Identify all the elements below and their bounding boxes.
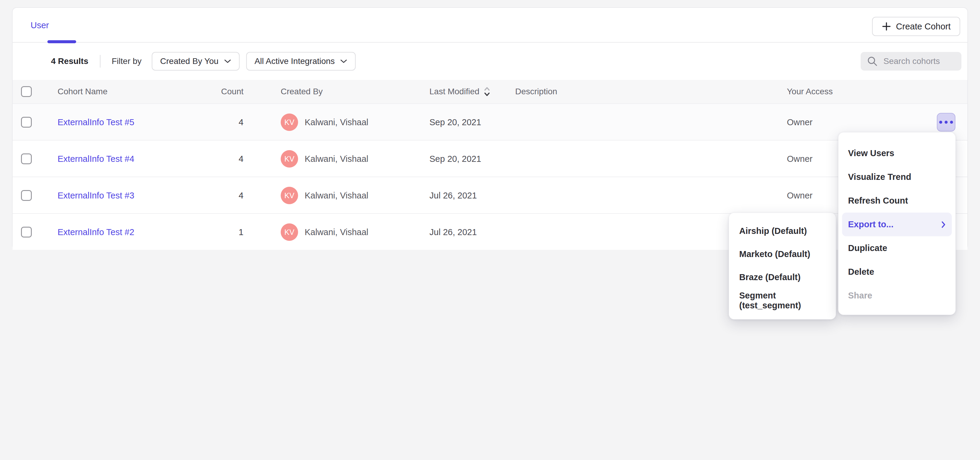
column-header-created-by: Created By bbox=[281, 80, 323, 103]
cohort-name-link[interactable]: ExternalInfo Test #4 bbox=[57, 154, 134, 164]
chevron-right-icon bbox=[941, 221, 946, 228]
table-row: ExternalInfo Test #4 4 KV Kalwani, Visha… bbox=[13, 140, 967, 177]
avatar: KV bbox=[281, 187, 298, 204]
search-box[interactable] bbox=[861, 52, 961, 70]
created-by-name: Kalwani, Vishaal bbox=[305, 227, 368, 237]
table-row: ExternalInfo Test #3 4 KV Kalwani, Visha… bbox=[13, 177, 967, 213]
menu-item-view-users[interactable]: View Users bbox=[842, 141, 952, 165]
cohort-count: 4 bbox=[239, 117, 243, 127]
menu-item-delete[interactable]: Delete bbox=[842, 260, 952, 284]
avatar: KV bbox=[281, 113, 298, 131]
tab-bar: User Create Cohort bbox=[13, 8, 967, 43]
sort-icon[interactable] bbox=[484, 86, 490, 97]
cohort-count: 1 bbox=[239, 227, 243, 237]
submenu-item-braze[interactable]: Braze (Default) bbox=[729, 266, 836, 289]
column-header-cohort-name: Cohort Name bbox=[57, 80, 108, 103]
filter-by-label: Filter by bbox=[112, 56, 142, 66]
integrations-dropdown-label: All Active Integrations bbox=[255, 56, 335, 66]
access-level: Owner bbox=[787, 117, 812, 127]
column-header-your-access: Your Access bbox=[787, 80, 833, 103]
cohort-count: 4 bbox=[239, 191, 243, 201]
search-icon bbox=[867, 56, 878, 67]
row-checkbox[interactable] bbox=[21, 153, 32, 164]
last-modified-date: Sep 20, 2021 bbox=[430, 117, 481, 127]
integrations-dropdown[interactable]: All Active Integrations bbox=[246, 52, 356, 70]
cohort-name-link[interactable]: ExternalInfo Test #5 bbox=[57, 117, 134, 127]
created-by-dropdown[interactable]: Created By You bbox=[152, 52, 240, 70]
divider bbox=[100, 55, 100, 67]
select-all-checkbox[interactable] bbox=[21, 86, 32, 97]
cohort-count: 4 bbox=[239, 154, 243, 164]
tab-user-label: User bbox=[30, 21, 49, 30]
chevron-down-icon bbox=[224, 59, 231, 63]
created-by-name: Kalwani, Vishaal bbox=[305, 191, 368, 201]
submenu-item-airship[interactable]: Airship (Default) bbox=[729, 219, 836, 243]
ellipsis-icon bbox=[939, 121, 953, 124]
last-modified-date: Jul 26, 2021 bbox=[430, 227, 477, 237]
submenu-item-segment[interactable]: Segment (test_segment) bbox=[729, 289, 836, 312]
access-level: Owner bbox=[787, 154, 812, 164]
table-header: Cohort Name Count Created By Last Modifi… bbox=[13, 80, 967, 103]
tab-user[interactable]: User bbox=[30, 8, 49, 43]
column-header-description: Description bbox=[515, 80, 557, 103]
chevron-down-icon bbox=[340, 59, 347, 63]
last-modified-date: Jul 26, 2021 bbox=[430, 191, 477, 201]
row-checkbox[interactable] bbox=[21, 190, 32, 201]
results-count: 4 Results bbox=[51, 56, 89, 66]
tab-active-underline bbox=[48, 40, 76, 43]
created-by-name: Kalwani, Vishaal bbox=[305, 117, 368, 127]
menu-item-export-to[interactable]: Export to... bbox=[842, 212, 952, 236]
menu-item-duplicate[interactable]: Duplicate bbox=[842, 236, 952, 260]
column-header-last-modified[interactable]: Last Modified bbox=[430, 80, 490, 103]
row-checkbox[interactable] bbox=[21, 117, 32, 128]
search-input[interactable] bbox=[883, 56, 955, 66]
create-cohort-button[interactable]: Create Cohort bbox=[872, 17, 960, 36]
menu-item-visualize-trend[interactable]: Visualize Trend bbox=[842, 165, 952, 189]
access-level: Owner bbox=[787, 191, 812, 201]
plus-icon bbox=[881, 22, 891, 31]
last-modified-date: Sep 20, 2021 bbox=[430, 154, 481, 164]
cohort-name-link[interactable]: ExternalInfo Test #2 bbox=[57, 227, 134, 237]
row-checkbox[interactable] bbox=[21, 227, 32, 238]
menu-item-refresh-count[interactable]: Refresh Count bbox=[842, 189, 952, 212]
cohort-name-link[interactable]: ExternalInfo Test #3 bbox=[57, 191, 134, 201]
table-row: ExternalInfo Test #5 4 KV Kalwani, Visha… bbox=[13, 103, 967, 140]
submenu-item-marketo[interactable]: Marketo (Default) bbox=[729, 243, 836, 266]
filter-bar: 4 Results Filter by Created By You All A… bbox=[13, 43, 967, 80]
row-context-menu: View Users Visualize Trend Refresh Count… bbox=[838, 132, 956, 315]
export-submenu: Airship (Default) Marketo (Default) Braz… bbox=[729, 212, 836, 319]
created-by-name: Kalwani, Vishaal bbox=[305, 154, 368, 164]
row-actions-button[interactable] bbox=[937, 113, 955, 131]
create-cohort-label: Create Cohort bbox=[896, 22, 951, 32]
column-header-count: Count bbox=[199, 80, 243, 103]
menu-item-share: Share bbox=[842, 284, 952, 307]
avatar: KV bbox=[281, 224, 298, 241]
created-by-dropdown-label: Created By You bbox=[160, 56, 219, 66]
avatar: KV bbox=[281, 150, 298, 168]
